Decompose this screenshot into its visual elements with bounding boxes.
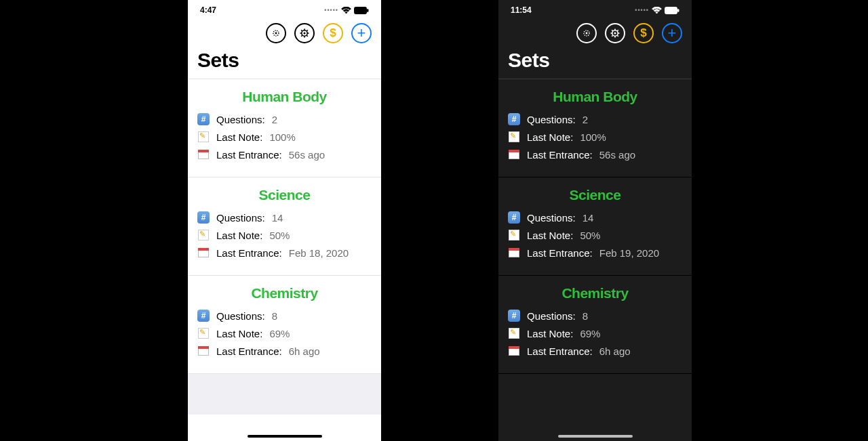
hint-button[interactable] [266, 23, 286, 43]
lastnote-value: 69% [269, 328, 290, 339]
questions-label: Questions: [216, 310, 265, 322]
toolbar: $ + [498, 20, 692, 49]
lastnote-label: Last Note: [527, 328, 573, 339]
set-lastentrance-row: Last Entrance: 6h ago [508, 345, 682, 357]
set-lastentrance-row: Last Entrance: Feb 19, 2020 [508, 247, 682, 259]
purchase-button[interactable]: $ [633, 23, 654, 43]
set-title: Human Body [197, 89, 372, 105]
set-card[interactable]: Chemistry # Questions: 8 Last Note: 69% … [188, 276, 381, 374]
lastentrance-value: 56s ago [599, 149, 635, 161]
add-set-button[interactable]: + [662, 23, 682, 43]
svg-point-29 [614, 33, 616, 35]
questions-label: Questions: [216, 114, 265, 125]
questions-value: 8 [272, 310, 277, 322]
set-questions-row: # Questions: 8 [197, 310, 372, 322]
hash-icon: # [508, 113, 520, 125]
list-footer-gap [188, 374, 381, 415]
set-questions-row: # Questions: 14 [508, 211, 682, 224]
svg-rect-17 [678, 9, 679, 12]
lastnote-value: 50% [269, 230, 290, 241]
svg-line-26 [617, 35, 618, 36]
page-title: Sets [498, 49, 692, 79]
svg-rect-2 [368, 9, 369, 12]
set-lastnote-row: Last Note: 50% [197, 229, 372, 241]
set-lastentrance-row: Last Entrance: Feb 18, 2020 [197, 247, 372, 259]
set-lastentrance-row: Last Entrance: 56s ago [197, 148, 372, 161]
questions-label: Questions: [527, 310, 576, 322]
status-bar: 11:54 ••••• [498, 0, 692, 20]
toolbar: $ + [188, 20, 381, 49]
set-lastentrance-row: Last Entrance: 56s ago [508, 148, 682, 161]
add-set-button[interactable]: + [351, 23, 372, 43]
cellular-dots-icon: ••••• [635, 7, 649, 14]
sets-list[interactable]: Human Body # Questions: 2 Last Note: 100… [188, 79, 381, 441]
lastnote-label: Last Note: [216, 131, 262, 143]
set-card[interactable]: Human Body # Questions: 2 Last Note: 100… [498, 79, 692, 177]
plus-icon: + [357, 26, 366, 41]
lastentrance-value: Feb 19, 2020 [599, 247, 659, 259]
svg-line-10 [301, 30, 302, 30]
set-lastentrance-row: Last Entrance: 6h ago [197, 345, 372, 357]
home-indicator[interactable] [248, 435, 322, 438]
lastentrance-label: Last Entrance: [527, 149, 593, 161]
set-questions-row: # Questions: 2 [197, 113, 372, 125]
settings-button[interactable] [294, 23, 315, 43]
purchase-button[interactable]: $ [323, 23, 343, 43]
set-lastnote-row: Last Note: 69% [197, 327, 372, 339]
svg-point-14 [304, 33, 306, 35]
set-lastnote-row: Last Note: 100% [197, 131, 372, 143]
home-indicator[interactable] [558, 435, 633, 438]
set-title: Chemistry [197, 285, 372, 301]
settings-button[interactable] [605, 23, 625, 43]
set-title: Science [508, 187, 682, 203]
status-time: 4:47 [200, 5, 216, 15]
status-right: ••••• [324, 7, 369, 14]
set-card[interactable]: Science # Questions: 14 Last Note: 50% L… [498, 177, 692, 276]
status-right: ••••• [635, 7, 679, 14]
svg-line-11 [307, 35, 307, 36]
set-questions-row: # Questions: 2 [508, 113, 682, 125]
set-card[interactable]: Chemistry # Questions: 8 Last Note: 69% … [498, 276, 692, 374]
questions-value: 14 [272, 212, 283, 224]
set-card[interactable]: Science # Questions: 14 Last Note: 50% L… [188, 177, 381, 276]
set-lastnote-row: Last Note: 100% [508, 131, 682, 143]
plus-icon: + [668, 26, 677, 41]
lastnote-value: 100% [269, 131, 295, 143]
calendar-icon [197, 345, 210, 357]
set-lastnote-row: Last Note: 69% [508, 327, 682, 339]
set-questions-row: # Questions: 14 [197, 211, 372, 224]
battery-icon [665, 7, 679, 14]
svg-point-19 [586, 33, 588, 35]
hash-icon: # [197, 211, 210, 224]
lastnote-label: Last Note: [527, 230, 573, 241]
lastentrance-value: 56s ago [289, 149, 325, 161]
svg-line-28 [612, 35, 612, 36]
set-title: Chemistry [508, 285, 682, 301]
svg-point-4 [275, 33, 277, 35]
lastnote-value: 100% [580, 131, 606, 143]
wifi-icon [652, 7, 662, 14]
svg-line-12 [307, 30, 307, 30]
cellular-dots-icon: ••••• [324, 7, 338, 14]
lastnote-label: Last Note: [216, 230, 262, 241]
questions-label: Questions: [527, 212, 576, 224]
hash-icon: # [508, 310, 520, 322]
lastnote-label: Last Note: [527, 131, 573, 143]
note-icon [508, 229, 520, 241]
set-title: Human Body [508, 89, 682, 105]
gear-icon [299, 28, 310, 39]
note-icon [508, 131, 520, 143]
svg-line-27 [617, 30, 618, 30]
set-title: Science [197, 187, 372, 203]
note-icon [197, 229, 210, 241]
questions-value: 14 [583, 212, 594, 224]
calendar-icon [197, 247, 210, 259]
svg-line-25 [612, 30, 612, 30]
set-card[interactable]: Human Body # Questions: 2 Last Note: 100… [188, 79, 381, 177]
sets-list[interactable]: Human Body # Questions: 2 Last Note: 100… [498, 79, 692, 441]
lastentrance-value: 6h ago [289, 345, 320, 357]
hint-button[interactable] [576, 23, 597, 43]
lastentrance-label: Last Entrance: [216, 247, 282, 259]
calendar-icon [508, 345, 520, 357]
calendar-icon [508, 148, 520, 161]
